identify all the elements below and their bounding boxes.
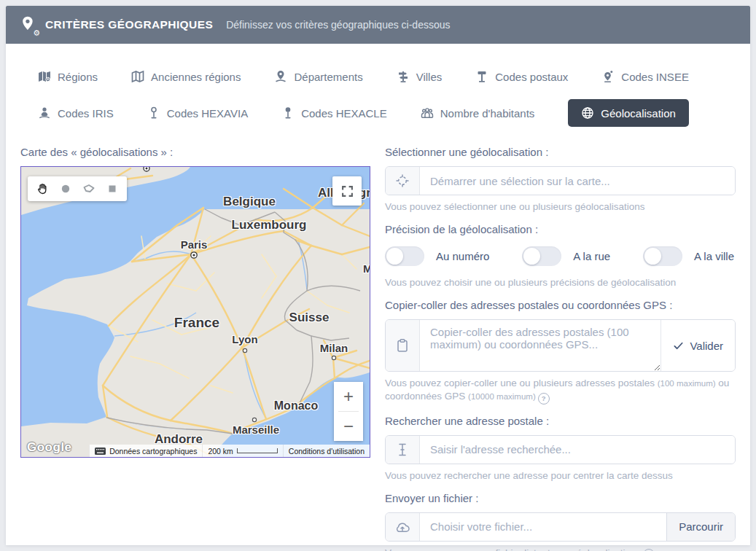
person-pin-icon [38,106,51,120]
tab-label: Codes INSEE [621,71,689,83]
precision-option-ville: A la ville [643,246,734,266]
country-label-france: France [174,315,219,331]
tab-nombre-habitants[interactable]: Nombre d'habitants [421,99,535,127]
validate-button-label: Valider [690,340,723,352]
upload-file-input[interactable] [420,513,666,541]
map-pin-gear-icon: ⚙ [19,15,38,34]
scale-segment: 200 km [202,445,282,457]
tab-label: Géolocalisation [601,107,676,120]
validate-button[interactable]: Valider [660,320,735,371]
select-geo-input[interactable] [420,167,735,195]
browse-button[interactable]: Parcourir [666,513,735,541]
search-address-input[interactable] [420,436,735,464]
draw-polygon-tool[interactable] [79,179,99,199]
people-group-icon [421,106,434,120]
globe-icon [581,106,594,120]
map-title: Carte des « géolocalisations » : [20,146,370,159]
zoom-in-button[interactable]: + [334,382,363,411]
paste-help-text: Vous pouvez copier-coller une ou plusieu… [385,378,658,388]
city-label-paris: Paris [181,238,208,251]
toggle-label: Au numéro [436,250,489,262]
pan-hand-tool[interactable] [32,179,52,199]
zoom-out-button[interactable]: − [334,412,363,441]
toggle-a-la-ville[interactable] [643,246,682,266]
precision-option-numero: Au numéro [385,246,489,266]
precision-help: Vous pouvez choisir une ou plusieurs pré… [385,276,736,289]
tab-codes-hexavia[interactable]: Codes HEXAVIA [147,99,248,127]
tab-label: Codes HEXACLE [301,107,387,120]
tab-codes-iris[interactable]: Codes IRIS [38,99,114,127]
terms-segment: Conditions d'utilisation [283,445,370,457]
tab-label: Régions [58,71,98,83]
tab-geolocalisation[interactable]: Géolocalisation [568,99,689,127]
precision-section: Précision de la géolocalisation : Au num… [385,223,736,289]
upload-help-text: Vous pouvez envoyer un fichier listant v… [385,547,641,551]
draw-rectangle-tool[interactable] [102,179,122,199]
regions-map-icon [38,70,51,83]
toggle-au-numero[interactable] [385,246,424,266]
upload-input-group: Parcourir [385,512,736,542]
street-marker-outline-icon [147,106,160,120]
keyboard-icon[interactable] [95,448,106,455]
map-panel: Carte des « géolocalisations » : [20,146,370,551]
select-geo-section: Sélectionner une géolocalisation : Vous … [385,146,736,213]
paste-help: Vous pouvez copier-coller une ou plusieu… [385,377,736,405]
paste-addresses-textarea[interactable] [420,320,660,371]
tab-departements[interactable]: Départements [274,63,362,90]
select-geo-label: Sélectionner une géolocalisation : [385,146,736,159]
upload-file-section: Envoyer un fichier : Parcourir Vous pouv… [385,492,736,551]
country-label-luxembourg: Luxembourg [232,218,307,232]
select-geo-help: Vous pouvez sélectionner une ou plusieur… [385,200,736,213]
scale-bar [237,448,278,453]
tab-regions[interactable]: Régions [38,63,98,90]
city-label-lyon: Lyon [232,333,257,345]
search-address-input-group [385,435,736,464]
city-label-partial-m: M [363,262,370,275]
text-cursor-icon [386,436,420,464]
country-label-belgique: Belgique [223,195,276,209]
toggle-a-la-rue[interactable] [522,246,561,266]
tab-label: Codes postaux [495,71,568,83]
google-logo[interactable]: Google [27,440,72,455]
map-data-segment: Données cartographiques [89,445,202,457]
pin-on-map-icon [274,70,287,83]
toggle-label: A la rue [573,250,610,262]
gear-glyph: ⚙ [33,29,40,37]
draw-circle-tool[interactable] [55,179,76,199]
tab-label: Codes HEXAVIA [167,107,248,120]
paste-label: Copier-coller des adresses postales ou c… [385,299,736,312]
tab-anciennes-regions[interactable]: Anciennes régions [131,63,241,90]
tab-codes-hexacle[interactable]: Codes HEXACLE [281,99,387,127]
terms-link[interactable]: Conditions d'utilisation [289,447,365,456]
tab-codes-insee[interactable]: Codes INSEE [601,63,689,90]
geo-tabs: Régions Anciennes régions Départements V… [6,44,750,134]
tab-label: Nombre d'habitants [440,107,535,120]
draw-toolbar [28,176,127,201]
geo-form: Sélectionner une géolocalisation : Vous … [385,146,736,551]
paste-input-group: Valider [385,319,736,372]
select-geo-input-group [385,166,736,195]
help-question-icon[interactable]: ? [538,393,550,405]
map-zoom-control: + − [334,382,363,441]
scale-label: 200 km [208,447,233,456]
check-icon [673,340,684,351]
city-label-milan: Milan [320,342,348,354]
panel-header: ⚙ CRITÈRES GÉOGRAPHIQUES Définissez vos … [6,6,750,44]
criteria-card: ⚙ CRITÈRES GÉOGRAPHIQUES Définissez vos … [6,6,750,545]
clipboard-icon [386,320,420,371]
tab-label: Codes IRIS [58,107,114,120]
toggle-label: A la ville [694,250,734,262]
map-data-label: Données cartographiques [109,447,197,456]
city-label-marseille: Marseille [233,423,279,436]
map-canvas[interactable]: Belgique Luxembourg Paris France Suisse … [20,166,370,458]
target-icon [386,167,420,195]
tab-villes[interactable]: Villes [397,63,443,90]
upload-file-label: Envoyer un fichier : [385,492,736,505]
page-subtitle: Définissez vos critères géographiques ci… [226,19,450,31]
tab-label: Villes [416,71,443,83]
fullscreen-button[interactable] [332,176,362,206]
precision-toggles: Au numéro A la rue A la ville [385,246,734,266]
country-label-suisse: Suisse [289,310,330,325]
street-marker-filled-icon [281,106,295,120]
tab-codes-postaux[interactable]: Codes postaux [475,63,568,90]
